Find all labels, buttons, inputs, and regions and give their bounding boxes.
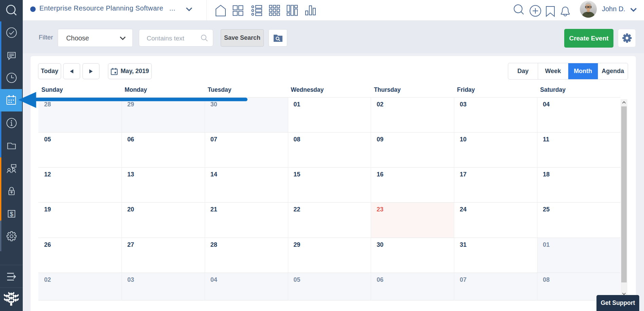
svg-text:$: $ xyxy=(10,210,13,217)
